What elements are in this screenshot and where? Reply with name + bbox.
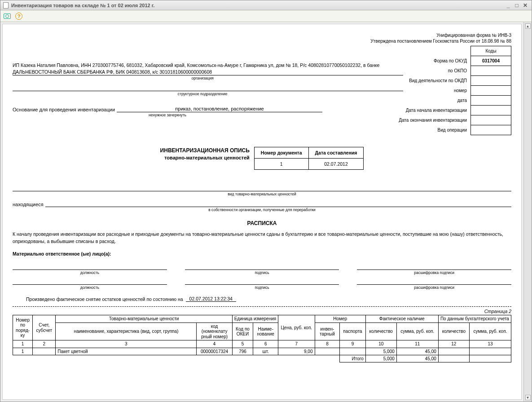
scroll-up-button[interactable]: ▲ xyxy=(525,23,531,29)
col-account: Счет, субсчет xyxy=(33,315,56,340)
totals-fqty: 5,000 xyxy=(365,355,396,362)
located-label: находящиеся xyxy=(13,202,44,207)
tmc-type-line xyxy=(13,185,511,191)
snapshot-state-label: Произведено фактическое снятие остатков … xyxy=(26,296,183,302)
cell-name: Пакет цветной xyxy=(56,348,197,355)
doc-date-value: 02.07.2012 xyxy=(308,159,364,170)
colnum-13: 13 xyxy=(469,340,511,348)
col-number: Номер по поряд- ку xyxy=(13,315,33,340)
fullname-caption-1: расшифровка подписи xyxy=(357,270,511,275)
organization-caption: организация xyxy=(13,76,403,81)
date-value xyxy=(471,96,511,106)
fullname-line-2 xyxy=(357,278,511,285)
form-approval-line: Утверждена постановлением Госкомстата Ро… xyxy=(13,38,511,44)
okdp-value xyxy=(471,76,511,86)
document-subtitle: товарно-материальных ценностей xyxy=(160,155,250,161)
colnum-12: 12 xyxy=(438,340,469,348)
help-icon: ? xyxy=(15,13,22,20)
totals-fsum: 45,00 xyxy=(396,355,438,362)
cell-acc xyxy=(33,348,56,355)
colnum-5: 5 xyxy=(232,340,253,348)
receipt-title: РАСПИСКА xyxy=(13,220,511,226)
okpo-value xyxy=(471,66,511,76)
document-icon xyxy=(3,2,9,9)
signature-line-2 xyxy=(185,278,339,285)
department-caption: структурное подразделение xyxy=(13,92,403,97)
doc-number-table: Номер документа Дата составления 1 02.07… xyxy=(254,147,364,170)
titlebar: Инвентаризация товаров на складе № 1 от … xyxy=(0,0,532,10)
form-name-line: Унифицированная форма № ИНВ-3 xyxy=(13,32,511,38)
signature-line-1 xyxy=(185,264,339,270)
inventory-table: Номер по поряд- ку Счет, субсчет Товарно… xyxy=(13,315,511,362)
help-button[interactable]: ? xyxy=(15,12,23,20)
snapshot-state-value: 02.07.2012 13:22:34 xyxy=(186,296,236,302)
department-line xyxy=(13,85,403,91)
cell-price: 9,00 xyxy=(278,348,315,355)
page-separator xyxy=(13,306,511,307)
cell-bqty xyxy=(438,348,469,355)
operation-label: Вид операции xyxy=(396,125,470,135)
colnum-9: 9 xyxy=(340,340,365,348)
position-caption-2: должность xyxy=(13,285,167,290)
basis-label: Основание для проведения инвентаризации xyxy=(13,107,115,112)
totals-label: Итого xyxy=(340,355,365,362)
responsible-label: Материально ответственное (ые) лицо(а): xyxy=(13,251,511,258)
col-name: наименование, характеристика (вид, сорт,… xyxy=(56,322,197,340)
document-page: Унифицированная форма № ИНВ-3 Утверждена… xyxy=(2,24,522,400)
camera-icon xyxy=(4,13,11,19)
codes-header: Коды xyxy=(471,46,511,56)
cell-unit: шт. xyxy=(253,348,278,355)
operation-value xyxy=(471,125,511,135)
codes-table: Коды Форма по ОКУД0317004 по ОКПО Вид де… xyxy=(396,46,511,135)
col-code: код (номенклату рный номер) xyxy=(197,322,232,340)
located-value xyxy=(45,201,511,207)
col-unit: Единица измерения xyxy=(232,315,278,323)
start-date-label: Дата начала инвентаризации xyxy=(396,106,470,115)
window-title: Инвентаризация товаров на складе № 1 от … xyxy=(11,3,154,8)
document-title-block: ИНВЕНТАРИЗАЦИОННАЯ ОПИСЬ товарно-материа… xyxy=(160,147,250,161)
table-row: 1 Пакет цветной 00000017324 796 шт. 9,00… xyxy=(13,348,511,355)
doc-date-header: Дата составления xyxy=(308,147,364,159)
close-button[interactable]: ✕ xyxy=(522,2,529,9)
col-number-grp: Номер xyxy=(315,315,365,323)
colnum-3: 3 xyxy=(56,340,197,348)
col-fact: Фактическое наличие xyxy=(365,315,438,323)
page-number: Страница 2 xyxy=(13,309,511,314)
col-unit-name: Наиме- нование xyxy=(253,322,278,340)
col-price: Цена, руб. коп. xyxy=(278,315,315,340)
colnum-4: 4 xyxy=(197,340,232,348)
cell-n: 1 xyxy=(13,348,33,355)
colnum-7: 7 xyxy=(278,340,315,348)
colnum-1: 1 xyxy=(13,340,33,348)
col-book-sum: сумма, руб. коп. xyxy=(469,322,511,340)
vertical-scrollbar[interactable]: ▲ ▼ xyxy=(523,22,532,402)
colnum-8: 8 xyxy=(315,340,340,348)
cell-fqty: 5,000 xyxy=(365,348,396,355)
minimize-button[interactable]: _ xyxy=(505,2,512,9)
okud-value: 0317004 xyxy=(471,56,511,66)
doc-num-header: Номер документа xyxy=(254,147,308,159)
col-okei: Код по ОКЕИ xyxy=(232,322,253,340)
col-fact-qty: количество xyxy=(365,322,396,340)
okdp-label: Вид деятельности по ОКДП xyxy=(396,76,470,86)
okud-label: Форма по ОКУД xyxy=(396,56,470,66)
totals-bsum xyxy=(469,355,511,362)
number-value xyxy=(471,86,511,96)
snapshot-button[interactable] xyxy=(3,12,11,20)
receipt-text: К началу проведения инвентаризации все р… xyxy=(13,231,511,245)
basis-value: приказ, постановление, распоряжение xyxy=(117,106,322,112)
end-date-value xyxy=(471,115,511,125)
toolbar: ? xyxy=(0,10,532,22)
start-date-value xyxy=(471,106,511,115)
maximize-button[interactable]: □ xyxy=(513,2,520,9)
fullname-caption-2: расшифровка подписи xyxy=(357,285,511,290)
signature-caption-2: подпись xyxy=(185,285,339,290)
fullname-line-1 xyxy=(357,264,511,270)
colnum-10: 10 xyxy=(365,340,396,348)
date-label: дата xyxy=(396,96,470,106)
cell-bsum xyxy=(469,348,511,355)
organization-text: ИП Казека Наталия Павловна, ИНН 27030077… xyxy=(13,62,403,75)
okpo-label: по ОКПО xyxy=(396,66,470,76)
position-caption-1: должность xyxy=(13,270,167,275)
scroll-down-button[interactable]: ▼ xyxy=(525,395,531,400)
